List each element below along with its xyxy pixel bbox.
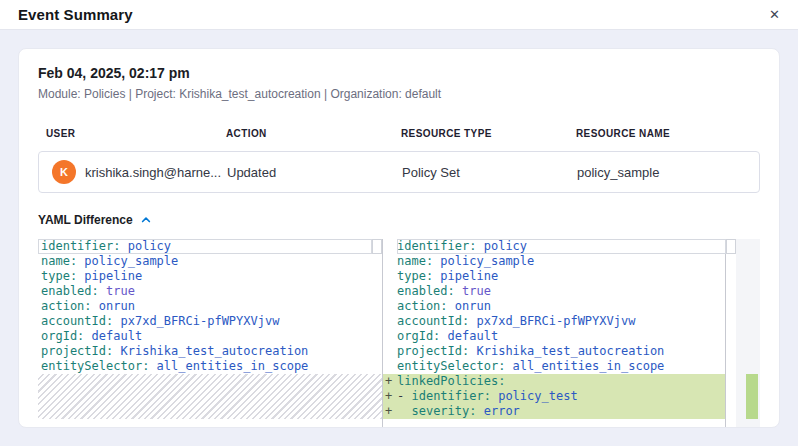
- col-resource-name: RESOURCE NAME: [576, 128, 760, 139]
- diff-added-line: +- identifier: policy_test: [383, 389, 725, 404]
- diff-line: entitySelector: all_entities_in_scope: [41, 359, 382, 374]
- diff-placeholder-hatch: [38, 374, 382, 419]
- event-card: Feb 04, 2025, 02:17 pm Module: Policies …: [18, 48, 780, 428]
- diff-line: type: pipeline: [383, 269, 725, 284]
- event-meta: Module: Policies | Project: Krishika_tes…: [38, 87, 760, 101]
- table-row: K krishika.singh@harne... Updated Policy…: [38, 151, 760, 193]
- avatar: K: [52, 160, 76, 184]
- resource-name-cell: policy_sample: [577, 165, 759, 180]
- diff-modified-code: identifier: policyname: policy_sampletyp…: [383, 239, 726, 428]
- diff-line: action: onrun: [383, 299, 725, 314]
- close-icon[interactable]: ✕: [767, 6, 782, 23]
- diff-original-pane[interactable]: identifier: policyname: policy_sampletyp…: [38, 239, 383, 428]
- user-email: krishika.singh@harne...: [85, 165, 221, 180]
- diff-line: orgId: default: [383, 329, 725, 344]
- diff-line: accountId: px7xd_BFRCi-pfWPYXVjvw: [383, 314, 725, 329]
- action-cell: Updated: [227, 165, 402, 180]
- chevron-up-icon: [140, 214, 152, 226]
- page-title: Event Summary: [18, 6, 133, 23]
- scroll-decoration: [726, 239, 736, 254]
- yaml-difference-label: YAML Difference: [38, 213, 133, 227]
- diff-line: name: policy_sample: [383, 254, 725, 269]
- user-cell: K krishika.singh@harne...: [39, 160, 227, 184]
- yaml-difference-toggle[interactable]: YAML Difference: [38, 213, 152, 227]
- diff-line: projectId: Krishika_test_autocreation: [41, 344, 382, 359]
- resource-type-cell: Policy Set: [402, 165, 577, 180]
- diff-line: enabled: true: [41, 284, 382, 299]
- diff-line: name: policy_sample: [41, 254, 382, 269]
- modal-body: Feb 04, 2025, 02:17 pm Module: Policies …: [0, 30, 798, 446]
- col-action: ACTION: [226, 128, 401, 139]
- diff-line: orgId: default: [41, 329, 382, 344]
- modal-header: Event Summary ✕: [0, 0, 798, 30]
- diff-modified-pane[interactable]: identifier: policyname: policy_sampletyp…: [383, 239, 760, 428]
- diff-line: enabled: true: [383, 284, 725, 299]
- diff-line: identifier: policy: [383, 239, 725, 254]
- event-table-header: USER ACTION RESOURCE TYPE RESOURCE NAME: [38, 128, 760, 139]
- added-lines-marker: [746, 374, 758, 419]
- event-timestamp: Feb 04, 2025, 02:17 pm: [38, 65, 760, 81]
- diff-added-line: +linkedPolicies:: [383, 374, 725, 389]
- diff-line: identifier: policy: [41, 239, 382, 254]
- col-user: USER: [38, 128, 226, 139]
- diff-added-line: + severity: error: [383, 404, 725, 419]
- overview-ruler[interactable]: [736, 239, 760, 428]
- diff-line: projectId: Krishika_test_autocreation: [383, 344, 725, 359]
- diff-line: accountId: px7xd_BFRCi-pfWPYXVjvw: [41, 314, 382, 329]
- diff-line: action: onrun: [41, 299, 382, 314]
- yaml-diff-editor: identifier: policyname: policy_sampletyp…: [38, 239, 760, 428]
- diff-line: type: pipeline: [41, 269, 382, 284]
- diff-line: entitySelector: all_entities_in_scope: [383, 359, 725, 374]
- col-resource-type: RESOURCE TYPE: [401, 128, 576, 139]
